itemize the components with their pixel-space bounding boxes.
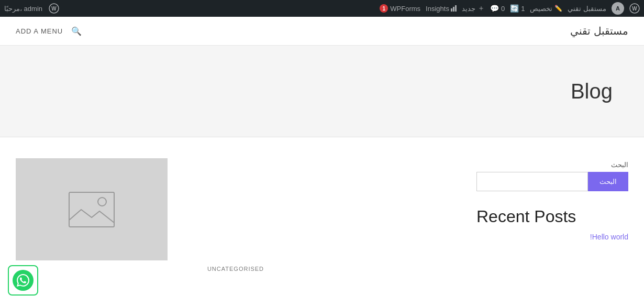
svg-rect-4	[69, 192, 114, 227]
customize-item[interactable]: تخصيص ✏️	[530, 5, 562, 13]
whatsapp-button[interactable]	[8, 265, 38, 296]
add-menu-link[interactable]: ADD A MENU	[16, 27, 63, 35]
svg-text:W: W	[632, 6, 637, 12]
new-label: جديد	[462, 5, 475, 13]
image-placeholder-icon	[68, 191, 115, 228]
sidebar: البحث البحث Recent Posts Hello world!	[476, 158, 628, 300]
visit-site-item[interactable]: مستقبل تقني	[568, 5, 606, 13]
recent-posts-title: Recent Posts	[476, 207, 628, 226]
customize-label: تخصيص	[530, 5, 552, 13]
search-widget-label: البحث	[476, 161, 628, 169]
hero-section: Blog	[0, 46, 644, 137]
pencil-icon: ✏️	[554, 5, 562, 12]
comments-count: 0	[501, 5, 505, 13]
updates-item[interactable]: 🔄 1	[510, 4, 525, 13]
admin-bar: W مرحبًا، admin 1 WPForms Insights جديد …	[0, 0, 644, 17]
wpforms-badge: 1	[380, 4, 388, 13]
insights-label: Insights	[426, 5, 449, 13]
search-widget-row: البحث	[476, 172, 628, 191]
visit-site-label: مستقبل تقني	[568, 5, 606, 13]
svg-text:W: W	[51, 6, 57, 12]
admin-bar-left: W مرحبًا، admin	[4, 3, 59, 14]
updates-count: 1	[521, 5, 525, 13]
posts-area: UNCATEGORISED	[16, 158, 456, 300]
updates-icon: 🔄	[510, 4, 519, 13]
blog-page-title: Blog	[571, 80, 613, 103]
wpforms-item[interactable]: 1 WPForms	[380, 4, 420, 13]
post-thumbnail[interactable]	[16, 158, 168, 260]
new-content-item[interactable]: جديد ＋	[462, 4, 485, 13]
admin-site-name[interactable]: مرحبًا، admin	[4, 5, 42, 13]
comments-item[interactable]: 💬 0	[490, 4, 505, 13]
plus-icon: ＋	[478, 4, 485, 13]
wpforms-label: WPForms	[390, 5, 420, 13]
post-category-label: UNCATEGORISED	[16, 266, 456, 272]
user-avatar[interactable]: A	[612, 2, 624, 15]
insights-item[interactable]: Insights	[426, 5, 457, 13]
site-title: مستقبل تقني	[570, 25, 628, 37]
avatar: A	[612, 2, 624, 15]
admin-bar-right: 1 WPForms Insights جديد ＋ 💬 0 🔄 1	[380, 2, 640, 15]
wp-icon-right[interactable]: W	[629, 3, 640, 14]
wp-logo-item[interactable]: W	[49, 3, 59, 14]
comment-icon: 💬	[490, 4, 499, 13]
main-content: UNCATEGORISED البحث البحث Recent Posts H…	[0, 137, 644, 306]
header-search-icon[interactable]: 🔍	[71, 26, 82, 36]
site-header: ADD A MENU 🔍 مستقبل تقني	[0, 17, 644, 46]
svg-point-5	[98, 198, 106, 206]
search-button[interactable]: البحث	[588, 172, 628, 191]
whatsapp-icon	[13, 270, 34, 291]
search-input[interactable]	[476, 172, 588, 191]
recent-post-link[interactable]: Hello world!	[476, 233, 628, 241]
wordpress-icon: W	[629, 3, 640, 14]
site-nav: ADD A MENU 🔍	[16, 26, 82, 36]
bar-chart-icon	[451, 5, 457, 12]
